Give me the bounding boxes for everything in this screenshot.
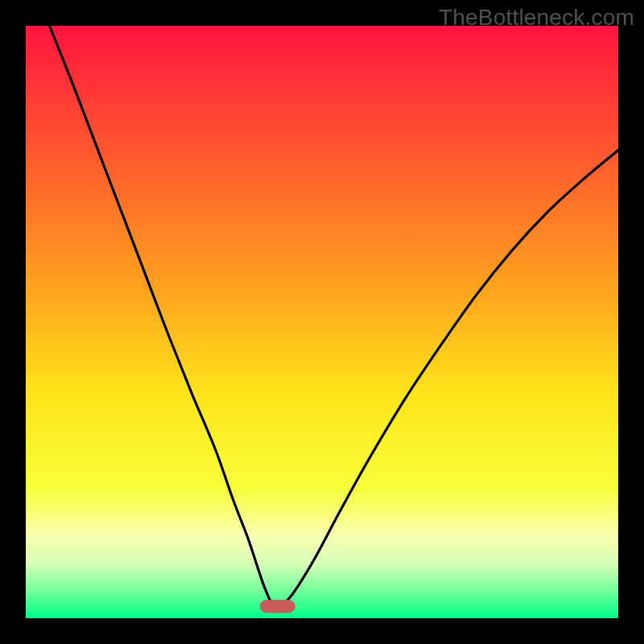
chart-container: TheBottleneck.com — [0, 0, 644, 644]
chart-svg — [26, 26, 618, 618]
optimal-marker — [260, 600, 295, 613]
gradient-background — [26, 26, 618, 618]
plot-area — [26, 26, 618, 618]
